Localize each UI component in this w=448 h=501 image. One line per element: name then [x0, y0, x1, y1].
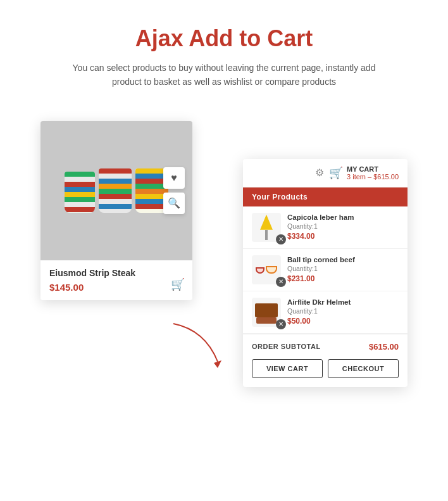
zoom-icon: 🔍	[168, 197, 180, 209]
cart-dropdown: ⚙ 🛒 MY CART 3 item – $615.00 Your Produc…	[243, 159, 408, 387]
add-to-cart-icon[interactable]: 🛒	[171, 277, 185, 291]
cart-item-details-1: Capicola leber ham Quantity:1 $334.00	[287, 213, 399, 241]
subtotal-amount: $615.00	[369, 342, 399, 352]
remove-item-2-button[interactable]: ✕	[276, 277, 286, 287]
product-image: ♥ 🔍	[40, 121, 192, 260]
product-name: Eiusmod Strip Steak	[49, 268, 184, 278]
product-info: Eiusmod Strip Steak $145.00 🛒	[40, 260, 192, 300]
cart-item: Airflite Dkr Helmet Quantity:1 $50.00 ✕	[243, 291, 408, 334]
product-price: $145.00	[49, 282, 84, 293]
cart-header-bar: ⚙ 🛒 MY CART 3 item – $615.00	[243, 159, 408, 187]
page-title: Ajax Add to Cart	[135, 25, 313, 52]
cart-item-count: 3 item – $615.00	[347, 173, 399, 181]
cart-item-price-2: $231.00	[287, 274, 399, 283]
page-subtitle: You can select products to buy without l…	[72, 61, 376, 89]
cart-item-qty-2: Quantity:1	[287, 265, 399, 272]
arrow-decoration	[167, 317, 230, 368]
view-cart-button[interactable]: VIEW CART	[252, 359, 323, 378]
remove-item-1-button[interactable]: ✕	[276, 234, 286, 244]
cart-item-name-1: Capicola leber ham	[287, 213, 399, 221]
demo-scene: ♥ 🔍 Eiusmod Strip Steak $145.00 🛒 ⚙ 🛒	[40, 121, 408, 457]
cart-item-name-3: Airflite Dkr Helmet	[287, 298, 399, 306]
mug-1	[99, 168, 132, 213]
zoom-button[interactable]: 🔍	[163, 193, 185, 214]
wishlist-button[interactable]: ♥	[163, 167, 185, 189]
cart-header-text: MY CART 3 item – $615.00	[347, 165, 399, 181]
cart-bag-icon: 🛒	[329, 166, 343, 180]
product-card: ♥ 🔍 Eiusmod Strip Steak $145.00 🛒	[40, 121, 192, 300]
cart-item-name-2: Ball tip corned beef	[287, 256, 399, 263]
cart-subtotal: ORDER SUBTOTAL $615.00	[243, 334, 408, 359]
cart-products-header: Your Products	[243, 187, 408, 206]
cart-item-qty-1: Quantity:1	[287, 222, 399, 230]
product-illustration	[65, 168, 168, 213]
cart-item-qty-3: Quantity:1	[287, 307, 399, 315]
furniture-icon	[254, 301, 279, 324]
heart-icon: ♥	[171, 172, 177, 184]
cart-item: Capicola leber ham Quantity:1 $334.00 ✕	[243, 206, 408, 249]
settings-icon[interactable]: ⚙	[315, 167, 324, 179]
cart-item-details-2: Ball tip corned beef Quantity:1 $231.00	[287, 256, 399, 283]
cart-item-price-1: $334.00	[287, 232, 399, 241]
cart-item: Ball tip corned beef Quantity:1 $231.00 …	[243, 249, 408, 291]
cart-header-info: 🛒 MY CART 3 item – $615.00	[329, 165, 399, 181]
checkout-button[interactable]: CHECKOUT	[328, 359, 399, 378]
subtotal-label: ORDER SUBTOTAL	[252, 343, 321, 350]
bowls-icon	[256, 266, 277, 274]
product-actions: ♥ 🔍	[163, 167, 185, 214]
lamp-icon	[255, 215, 278, 240]
cart-items-list: Capicola leber ham Quantity:1 $334.00 ✕ …	[243, 206, 408, 334]
remove-item-3-button[interactable]: ✕	[276, 319, 286, 329]
mug-3	[65, 172, 95, 213]
cart-buttons: VIEW CART CHECKOUT	[243, 359, 408, 387]
cart-item-details-3: Airflite Dkr Helmet Quantity:1 $50.00	[287, 298, 399, 326]
cart-item-price-3: $50.00	[287, 317, 399, 326]
my-cart-label: MY CART	[347, 165, 399, 173]
